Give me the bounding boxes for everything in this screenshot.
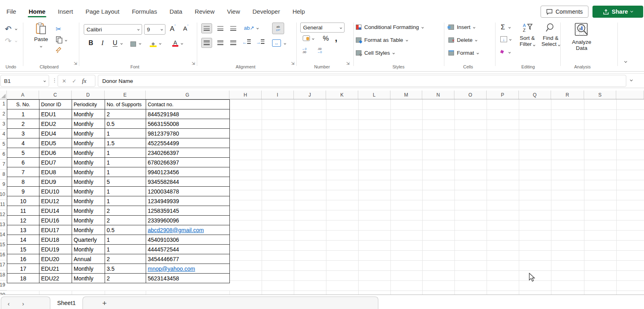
- cell[interactable]: Monthly: [72, 138, 105, 148]
- italic-button[interactable]: I: [101, 39, 103, 47]
- cell[interactable]: 13: [7, 225, 39, 235]
- select-all-button[interactable]: [0, 91, 7, 99]
- copy-chevron-icon[interactable]: [65, 39, 67, 41]
- cell[interactable]: 18: [7, 274, 39, 283]
- underline-chevron-icon[interactable]: [120, 42, 123, 45]
- contact-link[interactable]: mnop@yahoo.com: [148, 266, 195, 272]
- menu-tab-data[interactable]: Data: [169, 8, 183, 18]
- font-color-button[interactable]: A: [172, 39, 178, 47]
- cell[interactable]: EDU22: [39, 274, 72, 283]
- column-header-L[interactable]: L: [358, 91, 390, 99]
- redo-button[interactable]: ↷: [5, 36, 12, 46]
- menu-tab-insert[interactable]: Insert: [57, 8, 74, 18]
- column-header-O[interactable]: O: [454, 91, 487, 99]
- cell[interactable]: 1: [7, 109, 39, 119]
- font-color-chevron-icon[interactable]: [181, 42, 183, 45]
- conditional-formatting-button[interactable]: Conditional Formatting: [356, 24, 423, 30]
- cell[interactable]: 7: [7, 167, 39, 177]
- cell[interactable]: Monthly: [72, 109, 105, 119]
- cell[interactable]: EDU14: [39, 206, 72, 216]
- name-box[interactable]: B1: [0, 75, 49, 87]
- clear-button[interactable]: ◆: [499, 48, 505, 55]
- row-header-18[interactable]: 18: [0, 270, 7, 280]
- cell[interactable]: 2: [105, 206, 146, 216]
- row-header-20[interactable]: 20: [0, 290, 7, 295]
- cell[interactable]: Monthly: [72, 274, 105, 283]
- cell[interactable]: Monthly: [72, 119, 105, 129]
- cell[interactable]: 14: [7, 235, 39, 245]
- autosum-button[interactable]: Σ: [501, 23, 505, 31]
- cell[interactable]: Monthly: [72, 158, 105, 167]
- cell[interactable]: 2: [105, 254, 146, 264]
- cell[interactable]: 1258359145: [146, 206, 230, 216]
- column-header-Q[interactable]: Q: [519, 91, 551, 99]
- header-cell[interactable]: Donor ID: [39, 100, 72, 109]
- merge-center-chevron-icon[interactable]: [284, 42, 286, 45]
- cell[interactable]: EDU9: [39, 177, 72, 187]
- cell[interactable]: 1: [105, 158, 146, 167]
- cell[interactable]: EDU12: [39, 196, 72, 206]
- grow-font-button[interactable]: Aˆ: [170, 25, 176, 33]
- clear-chevron-icon[interactable]: [508, 51, 511, 54]
- cell[interactable]: 2: [7, 119, 39, 129]
- align-right-button[interactable]: [230, 41, 236, 45]
- cell[interactable]: Monthly: [72, 177, 105, 187]
- fill-color-button[interactable]: ◆: [150, 40, 157, 47]
- cell[interactable]: EDU4: [39, 129, 72, 138]
- row-header-12[interactable]: 12: [0, 210, 7, 220]
- header-cell[interactable]: Contact no.: [146, 100, 230, 109]
- cell[interactable]: 8: [7, 177, 39, 187]
- orientation-button[interactable]: ab↗: [244, 25, 254, 31]
- contact-link[interactable]: abcd2908@gmail.com: [148, 227, 204, 233]
- cell[interactable]: 6780266397: [146, 158, 230, 167]
- cell[interactable]: EDU1: [39, 109, 72, 119]
- cell[interactable]: 2: [105, 109, 146, 119]
- cell[interactable]: 1: [105, 196, 146, 206]
- cell[interactable]: 1.5: [105, 138, 146, 148]
- fill-color-chevron-icon[interactable]: [159, 42, 161, 45]
- decrease-indent-button[interactable]: ←: [242, 39, 251, 45]
- column-header-A[interactable]: A: [7, 91, 39, 99]
- cell[interactable]: 8445291948: [146, 109, 230, 119]
- column-header-P[interactable]: P: [487, 91, 519, 99]
- comments-button[interactable]: Comments: [541, 6, 588, 18]
- sheet-tab-sheet1[interactable]: Sheet1: [50, 297, 83, 309]
- undo-chevron-icon[interactable]: [15, 28, 17, 30]
- header-cell[interactable]: No. of Supports: [105, 100, 146, 109]
- prev-sheet-button[interactable]: ‹: [8, 300, 10, 307]
- cell[interactable]: 6: [7, 158, 39, 167]
- cell[interactable]: 5: [105, 177, 146, 187]
- align-center-button[interactable]: [217, 41, 223, 45]
- cell-styles-button[interactable]: Cell Styles: [356, 50, 394, 56]
- align-left-button[interactable]: [201, 38, 212, 48]
- cell[interactable]: 1: [105, 167, 146, 177]
- font-size-select[interactable]: 9: [144, 24, 165, 35]
- header-cell[interactable]: Periodicity: [72, 100, 105, 109]
- formula-input[interactable]: Donor Name: [98, 75, 626, 87]
- cell[interactable]: 10: [7, 196, 39, 206]
- cell[interactable]: 9940123456: [146, 167, 230, 177]
- cell[interactable]: 9812379780: [146, 129, 230, 138]
- cell[interactable]: Monthly: [72, 148, 105, 158]
- column-header-K[interactable]: K: [326, 91, 358, 99]
- cell[interactable]: Monthly: [72, 245, 105, 254]
- cell[interactable]: 1200034878: [146, 187, 230, 196]
- cell[interactable]: 2340266397: [146, 148, 230, 158]
- insert-function-button[interactable]: fx: [82, 78, 87, 84]
- autosum-chevron-icon[interactable]: [508, 26, 511, 29]
- cell[interactable]: 1: [105, 245, 146, 254]
- cell[interactable]: 1: [105, 129, 146, 138]
- menu-tab-home[interactable]: Home: [28, 8, 46, 18]
- header-cell[interactable]: S. No.: [7, 100, 39, 109]
- cell[interactable]: 4: [7, 138, 39, 148]
- cut-button[interactable]: ✂: [56, 25, 61, 33]
- increase-indent-button[interactable]: →: [256, 39, 264, 45]
- cell[interactable]: EDU7: [39, 158, 72, 167]
- orientation-chevron-icon[interactable]: [256, 27, 259, 29]
- menu-tab-developer[interactable]: Developer: [252, 8, 281, 18]
- cell[interactable]: EDU20: [39, 254, 72, 264]
- align-middle-button[interactable]: [217, 26, 223, 31]
- cell[interactable]: Quarterly: [72, 235, 105, 245]
- column-header-G[interactable]: G: [146, 91, 229, 99]
- cell[interactable]: 15: [7, 245, 39, 254]
